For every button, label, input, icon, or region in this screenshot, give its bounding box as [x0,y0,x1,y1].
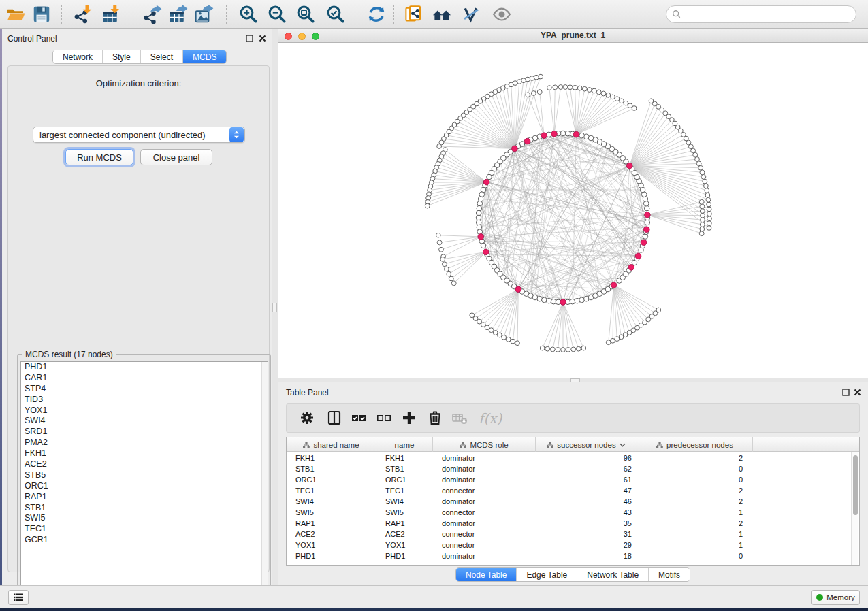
leaf-node[interactable] [592,88,596,93]
show-networks-icon[interactable] [432,4,452,24]
network-view[interactable] [278,43,868,378]
leaf-node[interactable] [656,308,661,312]
table-cell[interactable]: 47 [536,485,637,496]
leaf-node[interactable] [439,247,444,252]
leaf-node[interactable] [695,157,700,162]
table-cell[interactable]: TEC1 [287,485,376,496]
leaf-node[interactable] [699,199,704,204]
select-all-icon[interactable] [351,410,368,427]
table-row[interactable]: ACE2ACE2connector311 [287,529,859,540]
ring-node[interactable] [570,299,575,304]
leaf-node[interactable] [451,281,456,286]
save-session-icon[interactable] [31,4,52,24]
mcds-result-item[interactable]: SWI4 [21,416,268,427]
show-panels-list-button[interactable] [8,590,29,605]
memory-button[interactable]: Memory [811,590,860,605]
table-cell[interactable]: PHD1 [376,550,433,561]
leaf-node[interactable] [611,338,615,343]
export-network-icon[interactable] [142,4,162,24]
leaf-node[interactable] [581,346,586,350]
import-network-icon[interactable] [72,4,93,24]
leaf-node[interactable] [526,93,530,97]
mcds-result-item[interactable]: CAR1 [21,373,268,384]
network-from-file-icon[interactable] [403,4,423,24]
table-cell[interactable]: STB1 [287,463,376,474]
ring-node[interactable] [560,131,566,136]
ring-node[interactable] [487,174,492,180]
mcds-result-item[interactable]: FKH1 [21,448,268,459]
leaf-node[interactable] [632,106,637,111]
column-header-predecessor-nodes[interactable]: predecessor nodes [637,437,753,452]
leaf-node[interactable] [601,91,606,96]
deselect-all-icon[interactable] [376,410,393,427]
leaf-node[interactable] [705,193,710,197]
ring-node[interactable] [643,234,648,240]
leaf-node[interactable] [526,77,530,82]
leaf-node[interactable] [530,76,534,81]
leaf-node[interactable] [537,90,542,95]
leaf-node[interactable] [587,88,592,93]
mcds-node[interactable] [644,227,650,233]
result-list-scrollbar[interactable] [261,362,268,604]
ring-node[interactable] [645,220,650,225]
leaf-node[interactable] [707,207,711,212]
vizmapper-icon[interactable] [461,4,481,24]
table-cell[interactable]: ORC1 [287,474,376,485]
table-cell[interactable]: 62 [536,463,637,474]
mcds-node[interactable] [483,249,489,255]
table-tab-node-table[interactable]: Node Table [456,568,517,581]
leaf-node[interactable] [563,85,568,90]
close-panel-icon[interactable] [259,35,266,42]
tab-network[interactable]: Network [53,50,103,63]
table-row[interactable]: RAP1RAP1dominator352 [287,518,859,529]
leaf-node[interactable] [443,262,447,267]
leaf-node[interactable] [425,203,430,208]
leaf-node[interactable] [485,325,489,330]
mcds-node[interactable] [611,282,617,288]
table-cell[interactable]: 0 [637,550,753,561]
hide-panel-eye-icon[interactable] [492,4,512,24]
leaf-node[interactable] [706,197,711,202]
table-cell[interactable]: 96 [536,452,637,463]
table-cell[interactable]: dominator [433,474,536,485]
mcds-node[interactable] [541,133,547,139]
ring-node[interactable] [476,215,481,220]
leaf-node[interactable] [553,85,558,90]
table-cell[interactable]: YOX1 [376,540,433,550]
column-header-shared-name[interactable]: shared name [287,437,376,452]
table-cell[interactable]: FKH1 [376,452,433,463]
table-cell[interactable]: STB1 [376,463,433,474]
table-cell[interactable]: 2 [637,518,753,529]
leaf-node[interactable] [493,331,498,335]
table-tab-network-table[interactable]: Network Table [577,568,649,581]
leaf-node[interactable] [568,85,573,90]
table-cell[interactable]: dominator [433,452,536,463]
leaf-node[interactable] [705,188,709,193]
table-cell[interactable]: 1 [637,507,753,518]
mcds-result-item[interactable]: ACE2 [21,459,268,470]
leaf-node[interactable] [700,222,705,227]
leaf-node[interactable] [700,227,705,231]
table-row[interactable]: TEC1TEC1connector472 [287,485,859,496]
table-cell[interactable]: dominator [433,550,536,561]
mcds-result-item[interactable]: TEC1 [21,524,268,535]
tab-mcds[interactable]: MCDS [183,50,226,63]
leaf-node[interactable] [707,226,711,231]
table-cell[interactable]: RAP1 [376,518,433,529]
table-cell[interactable]: 43 [536,507,637,518]
leaf-node[interactable] [573,85,577,90]
table-cell[interactable]: connector [433,485,536,496]
float-panel-icon[interactable] [842,389,850,396]
leaf-node[interactable] [481,323,485,327]
criterion-select[interactable]: largest connected component (undirected) [33,127,245,143]
table-cell[interactable]: 2 [637,485,753,496]
table-row[interactable]: SWI4SWI4dominator462 [287,496,859,507]
leaf-node[interactable] [545,346,550,351]
mcds-node[interactable] [478,234,484,240]
table-cell[interactable]: 31 [536,529,637,540]
table-scrollbar[interactable] [851,452,858,565]
table-row[interactable]: PHD1PHD1dominator180 [287,550,859,561]
leaf-node[interactable] [511,339,515,344]
leaf-node[interactable] [547,86,552,90]
leaf-node[interactable] [540,346,545,350]
